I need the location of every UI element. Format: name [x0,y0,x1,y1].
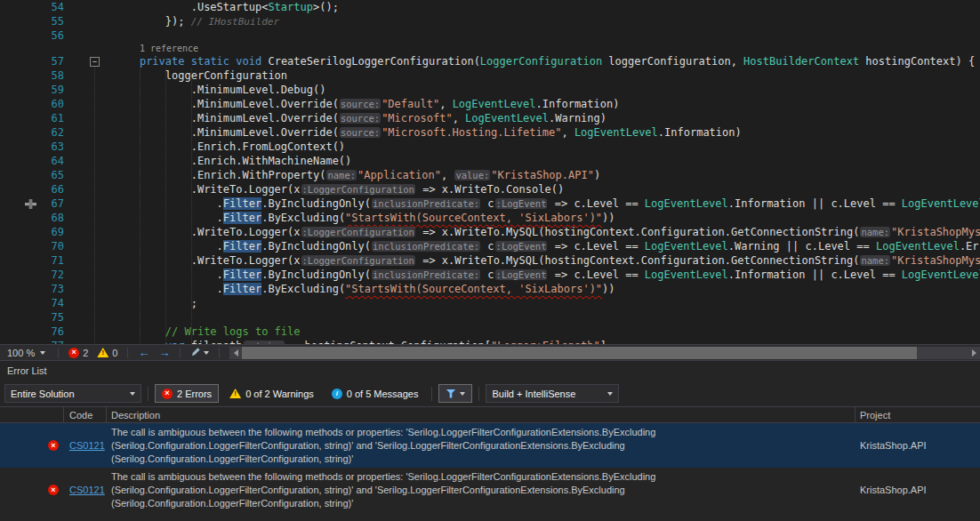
line-number[interactable]: 65 [39,168,64,182]
error-row[interactable]: ×CS0121The call is ambiguous between the… [0,468,980,512]
line-text[interactable]: loggerConfiguration [100,68,287,83]
line-text[interactable] [100,310,114,325]
scrollbar-track[interactable] [242,347,968,359]
filter-button[interactable] [438,384,472,403]
line-text[interactable]: .WriteTo.Logger(x:LoggerConfiguration =>… [100,253,980,268]
line-text[interactable]: 1 reference [100,43,198,54]
line-number[interactable]: 66 [39,182,64,196]
chevron-down-icon [607,392,613,396]
error-row[interactable]: ×CS0121The call is ambiguous between the… [0,423,980,468]
error-count: 2 [83,348,88,358]
line-number[interactable]: 73 [39,282,64,296]
line-number[interactable]: 58 [39,68,64,83]
editor-actions-button[interactable] [186,348,213,357]
code-line: 71 .WriteTo.Logger(x:LoggerConfiguration… [0,253,980,268]
line-number[interactable]: 54 [39,0,64,14]
code-line: 72 .Filter.ByIncludingOnly(inclusionPred… [0,268,980,282]
code-line: 74 ; [0,296,980,310]
line-text[interactable]: .MinimumLevel.Override(source:"Default",… [100,97,619,111]
line-text[interactable]: .Filter.ByIncludingOnly(inclusionPredica… [100,268,980,282]
glyph-margin [0,111,39,125]
messages-filter-button[interactable]: i 0 of 5 Messages [325,384,426,403]
error-code-link[interactable]: CS0121 [64,485,107,495]
collapse-box-icon[interactable]: − [90,57,100,67]
line-number[interactable]: 72 [39,268,64,282]
scope-dropdown[interactable]: Entire Solution [4,384,141,403]
line-text[interactable]: .Filter.ByExcluding("StartsWith(SourceCo… [100,282,615,296]
code-editor[interactable]: 54 .UseStartup<Startup>();55 }); // IHos… [0,0,980,344]
fold-column [64,196,100,211]
build-intellisense-dropdown[interactable]: Build + IntelliSense [486,384,619,403]
line-number[interactable]: 59 [39,83,64,97]
fold-column [64,14,100,28]
error-project: KristaShop.API [855,485,980,495]
line-number[interactable]: 60 [39,97,64,111]
line-text[interactable]: .MinimumLevel.Override(source:"Microsoft… [100,125,742,140]
fold-column [64,168,100,182]
line-number[interactable]: 69 [39,225,64,239]
navigate-forward-button[interactable]: → [154,347,174,358]
line-text[interactable]: // Write logs to file [100,325,301,339]
line-text[interactable]: .WriteTo.Logger(x:LoggerConfiguration =>… [100,182,564,196]
line-number[interactable] [39,43,64,54]
zoom-control[interactable]: 100 % [0,345,52,360]
margin-glyph-icon[interactable] [0,196,39,211]
line-number[interactable]: 75 [39,310,64,325]
line-text[interactable]: }); // IHostBuilder [100,14,279,28]
code-line: 61 .MinimumLevel.Override(source:"Micros… [0,111,980,125]
line-text[interactable]: .MinimumLevel.Debug() [100,83,325,97]
fold-marker[interactable]: − [64,54,100,68]
line-text[interactable]: .WriteTo.Logger(x:LoggerConfiguration =>… [100,225,980,239]
line-number[interactable]: 77 [39,339,64,344]
code-line: 70 .Filter.ByIncludingOnly(inclusionPred… [0,239,980,253]
severity-column-header[interactable] [0,407,64,422]
error-count-indicator[interactable]: × 2 [64,348,92,358]
line-text[interactable]: .UseStartup<Startup>(); [100,0,339,14]
line-text[interactable]: .Enrich.WithProperty(name:"Application",… [100,168,600,182]
line-number[interactable]: 64 [39,154,64,168]
code-line: 59 .MinimumLevel.Debug() [0,83,980,97]
line-number[interactable]: 74 [39,296,64,310]
line-text[interactable]: .Enrich.FromLogContext() [100,140,345,154]
scrollbar-thumb[interactable] [242,347,916,359]
horizontal-scrollbar[interactable] [229,347,980,359]
line-text[interactable] [100,28,114,43]
warning-count-indicator[interactable]: ! 0 [92,348,122,358]
line-number[interactable]: 68 [39,211,64,225]
line-text[interactable]: var filepath:string = hostingContext.Con… [100,339,613,344]
fold-column [64,211,100,225]
errors-filter-button[interactable]: × 2 Errors [155,384,219,403]
line-number[interactable]: 76 [39,325,64,339]
line-text[interactable]: .MinimumLevel.Override(source:"Microsoft… [100,111,606,125]
fold-column [64,28,100,43]
line-number[interactable]: 62 [39,125,64,140]
line-number[interactable]: 63 [39,140,64,154]
scroll-right-arrow[interactable] [968,347,980,359]
project-column-header[interactable]: Project [855,407,980,422]
line-text[interactable]: .Filter.ByIncludingOnly(inclusionPredica… [100,239,980,253]
code-line: 76 // Write logs to file [0,325,980,339]
line-number[interactable]: 55 [39,14,64,28]
line-number[interactable]: 57 [39,54,64,68]
line-number[interactable]: 70 [39,239,64,253]
error-code-link[interactable]: CS0121 [64,440,107,451]
line-number[interactable]: 71 [39,253,64,268]
description-column-header[interactable]: Description [107,407,855,422]
scroll-left-arrow[interactable] [229,347,242,359]
line-text[interactable]: .Filter.ByExcluding("StartsWith(SourceCo… [100,211,615,225]
line-number[interactable]: 61 [39,111,64,125]
line-number[interactable]: 56 [39,28,64,43]
fold-column [64,83,100,97]
glyph-margin [0,310,39,325]
code-line: 60 .MinimumLevel.Override(source:"Defaul… [0,97,980,111]
line-number[interactable]: 67 [39,196,64,211]
warnings-filter-button[interactable]: ! 0 of 2 Warnings [222,384,321,403]
code-column-header[interactable]: Code [64,407,107,422]
glyph-margin [0,83,39,97]
line-text[interactable]: .Enrich.WithMachineName() [100,154,351,168]
line-text[interactable]: .Filter.ByIncludingOnly(inclusionPredica… [100,196,980,211]
error-rows: ×CS0121The call is ambiguous between the… [0,423,980,521]
navigate-back-button[interactable]: ← [133,347,154,358]
line-text[interactable]: ; [100,296,197,310]
line-text[interactable]: private static void CreateSerilogLoggerC… [100,54,975,68]
